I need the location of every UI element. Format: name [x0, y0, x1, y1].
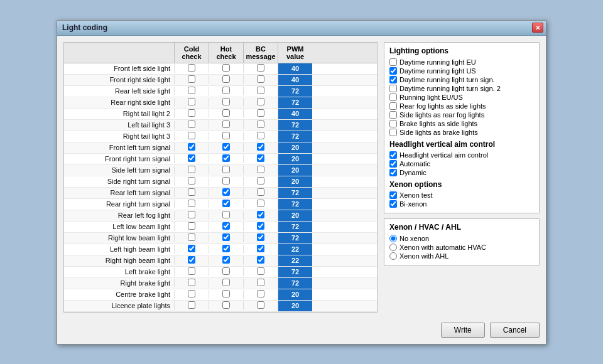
checkbox-bc[interactable] [257, 301, 264, 309]
xenon-option-checkbox[interactable] [389, 191, 397, 199]
headlight-option-checkbox[interactable] [389, 169, 397, 176]
checkbox-bc[interactable] [257, 188, 264, 196]
checkbox-bc[interactable] [257, 120, 264, 128]
label-col-header [64, 43, 174, 63]
row-pwm-value: 72 [278, 233, 312, 244]
checkbox-cold[interactable] [188, 188, 195, 196]
checkbox-hot[interactable] [222, 154, 230, 162]
checkbox-bc[interactable] [257, 154, 264, 162]
lighting-option-checkbox[interactable] [389, 129, 397, 136]
checkbox-bc[interactable] [257, 211, 264, 218]
checkbox-hot[interactable] [222, 166, 230, 173]
checkbox-hot[interactable] [222, 211, 230, 218]
checkbox-bc[interactable] [257, 222, 264, 230]
checkbox-cold[interactable] [188, 222, 195, 230]
row-hot-check [209, 200, 243, 208]
row-pwm-value: 72 [278, 199, 312, 210]
xenon-option-checkbox[interactable] [389, 200, 397, 208]
checkbox-hot[interactable] [222, 290, 230, 297]
checkbox-cold[interactable] [188, 109, 195, 117]
checkbox-hot[interactable] [222, 256, 230, 264]
checkbox-bc[interactable] [257, 279, 264, 286]
checkbox-cold[interactable] [188, 211, 195, 218]
cancel-button[interactable]: Cancel [490, 323, 540, 338]
checkbox-bc[interactable] [257, 256, 264, 264]
row-pwm-value: 72 [278, 131, 312, 142]
checkbox-bc[interactable] [257, 75, 264, 83]
checkbox-hot[interactable] [222, 120, 230, 128]
lighting-option-row: Side lights as rear fog lights [389, 111, 534, 119]
row-bc-check [243, 188, 278, 197]
headlight-option-checkbox[interactable] [389, 151, 397, 159]
checkbox-bc[interactable] [257, 87, 264, 94]
checkbox-hot[interactable] [222, 200, 230, 207]
headlight-option-checkbox[interactable] [389, 160, 397, 168]
checkbox-bc[interactable] [257, 64, 264, 72]
close-button[interactable]: ✕ [532, 23, 543, 33]
write-button[interactable]: Write [441, 323, 485, 338]
checkbox-cold[interactable] [188, 143, 195, 151]
checkbox-bc[interactable] [257, 290, 264, 297]
checkbox-hot[interactable] [222, 233, 230, 241]
checkbox-cold[interactable] [188, 177, 195, 185]
checkbox-cold[interactable] [188, 120, 195, 128]
checkbox-cold[interactable] [188, 98, 195, 105]
lighting-option-checkbox[interactable] [389, 67, 397, 75]
checkbox-hot[interactable] [222, 143, 230, 151]
checkbox-cold[interactable] [188, 245, 195, 252]
lighting-option-checkbox[interactable] [389, 111, 397, 119]
checkbox-hot[interactable] [222, 301, 230, 309]
checkbox-hot[interactable] [222, 279, 230, 286]
checkbox-hot[interactable] [222, 75, 230, 83]
checkbox-cold[interactable] [188, 256, 195, 264]
lighting-option-checkbox[interactable] [389, 76, 397, 83]
checkbox-bc[interactable] [257, 109, 264, 117]
checkbox-hot[interactable] [222, 109, 230, 117]
checkbox-cold[interactable] [188, 279, 195, 286]
checkbox-cold[interactable] [188, 301, 195, 309]
checkbox-bc[interactable] [257, 267, 264, 275]
lighting-option-checkbox[interactable] [389, 102, 397, 110]
checkbox-cold[interactable] [188, 233, 195, 241]
checkbox-cold[interactable] [188, 166, 195, 173]
checkbox-cold[interactable] [188, 200, 195, 207]
row-cold-check [174, 211, 209, 220]
checkbox-hot[interactable] [222, 188, 230, 196]
row-pwm-value: 20 [278, 301, 312, 311]
checkbox-cold[interactable] [188, 154, 195, 162]
lighting-option-checkbox[interactable] [389, 58, 397, 66]
checkbox-hot[interactable] [222, 222, 230, 230]
checkbox-cold[interactable] [188, 87, 195, 94]
xenon-hvac-radio[interactable] [389, 235, 397, 242]
lighting-option-checkbox[interactable] [389, 120, 397, 127]
checkbox-cold[interactable] [188, 267, 195, 275]
checkbox-hot[interactable] [222, 177, 230, 185]
lighting-option-checkbox[interactable] [389, 94, 397, 101]
row-cold-check [174, 245, 209, 254]
checkbox-bc[interactable] [257, 233, 264, 241]
checkbox-hot[interactable] [222, 245, 230, 252]
checkbox-cold[interactable] [188, 132, 195, 139]
row-bc-check [243, 256, 278, 265]
lighting-option-checkbox[interactable] [389, 85, 397, 92]
checkbox-bc[interactable] [257, 200, 264, 207]
checkbox-hot[interactable] [222, 132, 230, 139]
checkbox-cold[interactable] [188, 75, 195, 83]
checkbox-hot[interactable] [222, 98, 230, 105]
row-pwm-value: 40 [278, 63, 312, 74]
xenon-hvac-radio[interactable] [389, 252, 397, 260]
checkbox-bc[interactable] [257, 245, 264, 252]
checkbox-bc[interactable] [257, 98, 264, 105]
checkbox-cold[interactable] [188, 290, 195, 297]
checkbox-bc[interactable] [257, 132, 264, 139]
checkbox-hot[interactable] [222, 64, 230, 72]
checkbox-bc[interactable] [257, 177, 264, 185]
xenon-hvac-radio[interactable] [389, 244, 397, 251]
row-hot-check [209, 98, 243, 107]
checkbox-bc[interactable] [257, 166, 264, 173]
headlight-title: Headlight vertical aim control [389, 140, 534, 149]
checkbox-hot[interactable] [222, 87, 230, 94]
checkbox-hot[interactable] [222, 267, 230, 275]
checkbox-cold[interactable] [188, 64, 195, 72]
checkbox-bc[interactable] [257, 143, 264, 151]
